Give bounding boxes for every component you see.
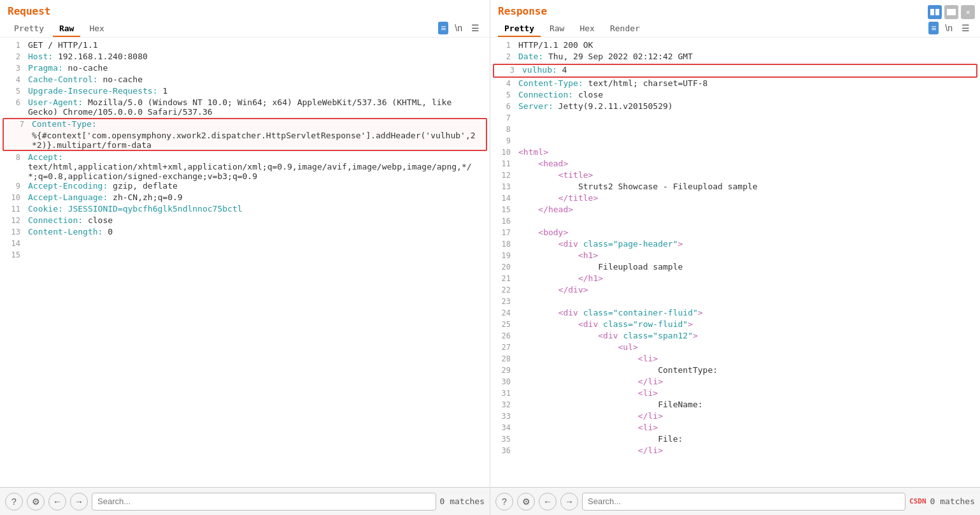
request-tabs: Pretty Raw Hex ≡ \n ☰ xyxy=(8,21,482,37)
csdn-badge: CSDN xyxy=(909,497,927,505)
table-row: 2 Date: Thu, 29 Sep 2022 02:12:42 GMT xyxy=(490,52,980,63)
table-row: 1 HTTP/1.1 200 OK xyxy=(490,40,980,52)
back-button-req[interactable]: ← xyxy=(48,493,66,511)
settings-button-req[interactable]: ⚙ xyxy=(27,493,45,511)
response-tabs: Pretty Raw Hex Render ≡ \n ☰ xyxy=(498,21,972,37)
request-bottom-bar: ? ⚙ ← → 0 matches xyxy=(0,487,490,515)
table-row: 12 Connection: close xyxy=(0,215,490,227)
table-row: 14 </title> xyxy=(490,193,980,205)
table-row: 5 Connection: close xyxy=(490,90,980,101)
table-row: 28 <li> xyxy=(490,354,980,365)
help-button-req[interactable]: ? xyxy=(5,493,23,511)
table-row: 1 GET / HTTP/1.1 xyxy=(0,40,490,52)
table-row: 11 <head> xyxy=(490,159,980,170)
table-row: 8 xyxy=(490,124,980,136)
newline-icon[interactable]: \n xyxy=(452,22,465,34)
split-view-icon[interactable] xyxy=(928,5,942,19)
response-title: Response xyxy=(498,5,972,17)
table-row: 23 xyxy=(490,296,980,308)
table-row: 20 Fileupload sample xyxy=(490,262,980,273)
table-row: 6 Server: Jetty(9.2.11.v20150529) xyxy=(490,101,980,113)
tab-hex-res[interactable]: Hex xyxy=(573,21,600,37)
table-row: 10 <html> xyxy=(490,147,980,159)
table-row: 21 </h1> xyxy=(490,273,980,285)
matches-count-res: 0 matches xyxy=(930,497,975,506)
response-tab-icons: ≡ \n ☰ xyxy=(928,22,972,37)
table-row: 13 Content-Length: 0 xyxy=(0,227,490,238)
response-header: Response Pretty Raw Hex Render ≡ \n ☰ xyxy=(490,0,980,38)
response-panel: Response Pretty Raw Hex Render ≡ \n ☰ 1 … xyxy=(490,0,980,515)
table-row: 4 Content-Type: text/html; charset=UTF-8 xyxy=(490,78,980,90)
table-row: 36 </li> xyxy=(490,446,980,457)
close-view-icon[interactable]: ✕ xyxy=(961,5,975,19)
menu-icon-res[interactable]: ☰ xyxy=(959,22,972,34)
svg-rect-1 xyxy=(935,9,939,15)
table-row: 33 </li> xyxy=(490,411,980,423)
table-row: 19 <h1> xyxy=(490,250,980,262)
table-row: 17 <body> xyxy=(490,228,980,239)
table-row: 11 Cookie: JSESSIONID=qybcfh6glk5ndlnnoc… xyxy=(0,204,490,215)
request-tab-icons: ≡ \n ☰ xyxy=(438,22,482,37)
table-row: 18 <div class="page-header"> xyxy=(490,239,980,250)
table-row: 26 <div class="span12"> xyxy=(490,331,980,342)
table-row: 32 FileName: xyxy=(490,400,980,411)
table-row: 6 User-Agent: Mozilla/5.0 (Windows NT 10… xyxy=(0,98,490,117)
search-input-res[interactable] xyxy=(582,493,905,511)
table-row: 22 </div> xyxy=(490,285,980,296)
forward-button-req[interactable]: → xyxy=(70,493,88,511)
table-row: 7 Content-Type: xyxy=(4,119,486,131)
request-content: 1 GET / HTTP/1.1 2 Host: 192.168.1.240:8… xyxy=(0,38,490,487)
tab-pretty-req[interactable]: Pretty xyxy=(8,21,50,37)
tab-raw-req[interactable]: Raw xyxy=(53,21,80,37)
settings-button-res[interactable]: ⚙ xyxy=(517,493,535,511)
single-view-icon[interactable] xyxy=(944,5,958,19)
table-row: 10 Accept-Language: zh-CN,zh;q=0.9 xyxy=(0,192,490,204)
table-row: 25 <div class="row-fluid"> xyxy=(490,319,980,331)
pretty-format-icon[interactable]: ≡ xyxy=(438,22,448,34)
forward-button-res[interactable]: → xyxy=(560,493,578,511)
table-row: 31 <li> xyxy=(490,388,980,400)
table-row: 3 vulhub: 4 xyxy=(494,65,976,76)
table-row: 30 </li> xyxy=(490,377,980,388)
request-header: Request Pretty Raw Hex ≡ \n ☰ xyxy=(0,0,490,38)
tab-raw-res[interactable]: Raw xyxy=(543,21,571,37)
table-row: 14 xyxy=(0,238,490,250)
vulhub-highlight-box: 3 vulhub: 4 xyxy=(493,64,977,78)
menu-icon-req[interactable]: ☰ xyxy=(469,22,482,34)
highlight-box: 7 Content-Type: %{#context['com.opensymp… xyxy=(3,118,487,151)
table-row: 35 File: xyxy=(490,434,980,446)
svg-rect-0 xyxy=(930,9,934,15)
response-bottom-bar: ? ⚙ ← → CSDN 0 matches xyxy=(490,487,980,515)
pretty-format-icon-res[interactable]: ≡ xyxy=(928,22,939,34)
back-button-res[interactable]: ← xyxy=(539,493,557,511)
table-row: 5 Upgrade-Insecure-Requests: 1 xyxy=(0,86,490,98)
svg-rect-2 xyxy=(947,9,956,15)
table-row: 4 Cache-Control: no-cache xyxy=(0,75,490,86)
table-row: 12 <title> xyxy=(490,170,980,182)
table-row: 13 Struts2 Showcase - Fileupload sample xyxy=(490,182,980,193)
tab-render-res[interactable]: Render xyxy=(604,21,646,37)
table-row: 2 Host: 192.168.1.240:8080 xyxy=(0,52,490,63)
request-panel: Request Pretty Raw Hex ≡ \n ☰ 1 GET / HT… xyxy=(0,0,490,515)
table-row: 9 xyxy=(490,136,980,147)
table-row: 24 <div class="container-fluid"> xyxy=(490,308,980,319)
table-row: 3 Pragma: no-cache xyxy=(0,63,490,75)
request-title: Request xyxy=(8,5,482,17)
table-row: 16 xyxy=(490,216,980,228)
table-row: 29 ContentType: xyxy=(490,365,980,377)
table-row: 7 xyxy=(490,113,980,124)
response-content: 1 HTTP/1.1 200 OK 2 Date: Thu, 29 Sep 20… xyxy=(490,38,980,487)
tab-hex-req[interactable]: Hex xyxy=(83,21,110,37)
matches-count-req: 0 matches xyxy=(440,497,485,506)
table-row: 8 Accept: text/html,application/xhtml+xm… xyxy=(0,152,490,181)
table-row: 9 Accept-Encoding: gzip, deflate xyxy=(0,181,490,192)
table-row: 15 </head> xyxy=(490,205,980,216)
table-row: %{#context['com.opensymphony.xwork2.disp… xyxy=(4,131,486,150)
tab-pretty-res[interactable]: Pretty xyxy=(498,21,541,37)
newline-icon-res[interactable]: \n xyxy=(942,22,955,34)
table-row: 34 <li> xyxy=(490,423,980,434)
table-row: 15 xyxy=(0,250,490,261)
table-row: 27 <ul> xyxy=(490,342,980,354)
search-input-req[interactable] xyxy=(92,493,436,511)
help-button-res[interactable]: ? xyxy=(495,493,513,511)
